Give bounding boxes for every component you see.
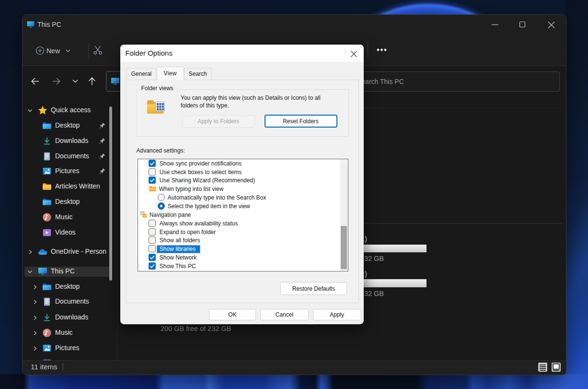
svg-text:New: New <box>46 47 60 55</box>
